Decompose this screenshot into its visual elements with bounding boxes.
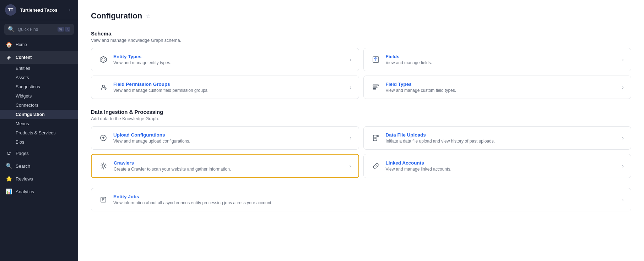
field-permission-groups-title: Field Permission Groups [113,82,345,87]
upload-configurations-content: Upload Configurations View and manage up… [113,132,345,144]
svg-rect-7 [373,87,377,88]
entity-jobs-icon [98,195,108,205]
sidebar-subitem-suggestions[interactable]: Suggestions [0,82,78,91]
svg-marker-0 [100,56,107,63]
crawlers-chevron-icon: › [350,163,351,169]
crawlers-icon [99,161,109,171]
home-icon: 🏠 [6,41,12,48]
search-nav-icon: 🔍 [6,163,12,169]
svg-point-14 [103,165,105,167]
sidebar-search-label: Search [16,163,30,169]
schema-cards-grid: Entity Types View and manage entity type… [91,48,631,99]
quick-find-search[interactable]: 🔍 Quick Find ⌘ K [4,24,74,35]
sidebar: TT Turtlehead Tacos ← 🔍 Quick Find ⌘ K 🏠… [0,0,78,261]
search-placeholder: Quick Find [18,27,55,32]
data-ingestion-section-desc: Add data to the Knowledge Graph. [91,116,631,121]
favorite-star-icon[interactable]: ☆ [146,13,151,20]
sidebar-subitem-products-services[interactable]: Products & Services [0,128,78,138]
search-keyboard-shortcut: ⌘ K [58,27,70,32]
data-file-uploads-desc: Initiate a data file upload and view his… [386,139,617,144]
sidebar-item-home[interactable]: 🏠 Home [0,38,78,51]
field-permission-groups-chevron-icon: › [350,84,352,90]
upload-configurations-title: Upload Configurations [113,132,345,138]
schema-section-desc: View and manage Knowledge Graph schema. [91,38,631,43]
field-types-desc: View and manage custom field types. [386,88,617,93]
sidebar-subitem-menus[interactable]: Menus [0,119,78,128]
sidebar-subitem-widgets[interactable]: Widgets [0,91,78,101]
svg-line-22 [102,167,103,168]
sidebar-item-analytics[interactable]: 📊 Analytics [0,185,78,198]
card-entity-types[interactable]: Entity Types View and manage entity type… [91,48,359,71]
sidebar-content-label: Content [16,55,32,60]
sidebar-subitem-bios[interactable]: Bios [0,138,78,147]
crawlers-desc: Create a Crawler to scan your website an… [114,167,345,172]
sidebar-item-pages[interactable]: 🗂 Pages [0,147,78,160]
sidebar-subitem-entities[interactable]: Entities [0,64,78,73]
card-data-file-uploads[interactable]: Data File Uploads Initiate a data file u… [363,126,632,150]
sidebar-subitem-assets[interactable]: Assets [0,73,78,82]
data-ingestion-section: Data Ingestion & Processing Add data to … [91,109,631,211]
entity-types-title: Entity Types [113,54,345,59]
svg-marker-1 [102,58,105,61]
fields-title: Fields [386,54,617,59]
linked-accounts-title: Linked Accounts [386,160,617,166]
field-permission-groups-icon [98,82,108,92]
sidebar-subitem-connectors[interactable]: Connectors [0,101,78,110]
entity-types-chevron-icon: › [350,57,352,62]
field-types-icon [371,82,381,92]
upload-configurations-chevron-icon: › [350,135,352,141]
card-upload-configurations[interactable]: Upload Configurations View and manage up… [91,126,359,150]
sidebar-logo: TT [5,4,16,16]
field-permission-groups-desc: View and manage custom field permission … [113,88,345,93]
card-fields[interactable]: Fields View and manage fields. › [363,48,632,71]
sidebar-home-label: Home [16,42,27,47]
crawlers-content: Crawlers Create a Crawler to scan your w… [114,160,345,172]
data-file-uploads-chevron-icon: › [622,135,624,141]
upload-configurations-desc: View and manage upload configurations. [113,139,345,144]
data-file-uploads-content: Data File Uploads Initiate a data file u… [386,132,617,144]
entity-jobs-desc: View information about all asynchronous … [113,200,617,205]
entity-jobs-chevron-icon: › [622,197,624,202]
sidebar-item-content[interactable]: ◈ Content [0,51,78,64]
fields-icon [371,55,381,65]
linked-accounts-chevron-icon: › [622,163,624,169]
card-field-permission-groups[interactable]: Field Permission Groups View and manage … [91,76,359,99]
entity-types-content: Entity Types View and manage entity type… [113,54,345,65]
field-types-title: Field Types [386,82,617,87]
upload-configurations-icon [98,133,108,143]
entity-types-icon [98,55,108,65]
sidebar-subitem-configuration[interactable]: Configuration [0,110,78,119]
svg-point-5 [105,88,105,89]
sidebar-item-reviews[interactable]: ⭐ Reviews [0,172,78,185]
sidebar-item-search[interactable]: 🔍 Search [0,160,78,172]
field-types-content: Field Types View and manage custom field… [386,82,617,93]
sidebar-analytics-label: Analytics [16,189,34,194]
svg-rect-6 [373,85,379,86]
fields-chevron-icon: › [622,57,624,62]
reviews-icon: ⭐ [6,176,12,182]
data-file-uploads-icon [371,133,381,143]
data-ingestion-cards-grid: Upload Configurations View and manage up… [91,126,631,178]
fields-desc: View and manage fields. [386,60,617,65]
linked-accounts-desc: View and manage linked accounts. [386,167,617,172]
svg-point-3 [102,85,104,87]
card-field-types[interactable]: Field Types View and manage custom field… [363,76,632,99]
card-crawlers[interactable]: Crawlers Create a Crawler to scan your w… [91,154,359,178]
content-icon: ◈ [6,54,12,61]
entity-jobs-content: Entity Jobs View information about all a… [113,194,617,205]
field-permission-groups-content: Field Permission Groups View and manage … [113,82,345,93]
entity-jobs-title: Entity Jobs [113,194,617,199]
svg-line-21 [105,164,106,165]
card-linked-accounts[interactable]: Linked Accounts View and manage linked a… [363,154,632,178]
analytics-icon: 📊 [6,188,12,195]
sidebar-company-name: Turtlehead Tacos [20,7,64,13]
back-icon[interactable]: ← [67,7,73,13]
sidebar-header: TT Turtlehead Tacos ← [0,0,78,20]
data-ingestion-section-title: Data Ingestion & Processing [91,109,631,115]
svg-line-19 [102,164,103,165]
schema-section: Schema View and manage Knowledge Graph s… [91,30,631,99]
card-entity-jobs[interactable]: Entity Jobs View information about all a… [91,188,631,211]
page-title: Configuration [91,11,142,21]
crawlers-title: Crawlers [114,160,345,166]
sidebar-reviews-label: Reviews [16,176,33,182]
